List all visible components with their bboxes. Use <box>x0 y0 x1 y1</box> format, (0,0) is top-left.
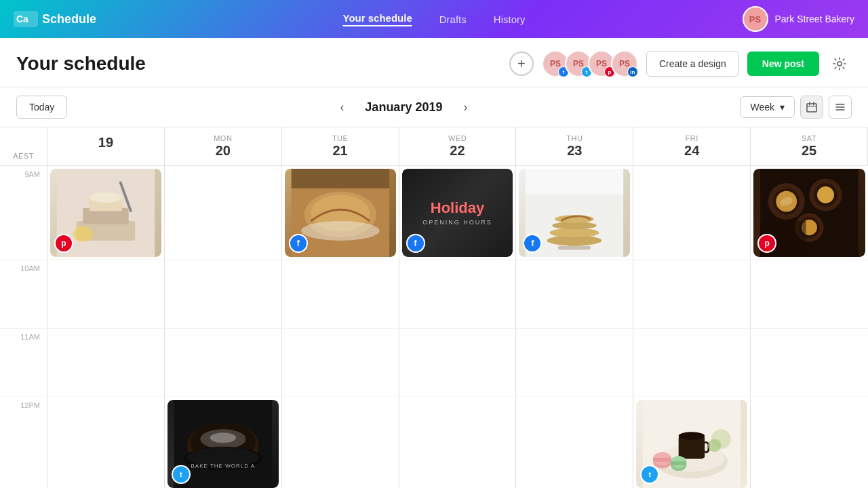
cell-sat-11am[interactable] <box>751 329 868 396</box>
cell-tue-11am[interactable] <box>282 329 399 396</box>
calendar-view-button[interactable] <box>800 96 823 119</box>
header: Ca Schedule Your schedule Drafts History… <box>0 0 868 38</box>
cell-wed-9am[interactable]: Holiday OPENING HOURS f <box>399 166 517 260</box>
svg-point-14 <box>90 192 122 203</box>
cell-sun-11am[interactable] <box>47 329 165 396</box>
sub-header: Your schedule + PS f PS t PS p <box>0 38 868 87</box>
main-nav: Your schedule Drafts History <box>343 12 526 26</box>
calendar-body: 9AM <box>0 166 868 488</box>
svg-point-46 <box>210 432 237 443</box>
cell-tue-9am[interactable]: f <box>282 166 399 260</box>
day-header-wed: Wed 22 <box>399 127 517 165</box>
post-card-fri-12pm[interactable]: t <box>636 400 747 488</box>
post-card-sat-9am[interactable]: p <box>753 169 865 257</box>
chevron-down-icon: ▾ <box>780 102 785 113</box>
nav-your-schedule[interactable]: Your schedule <box>343 12 412 26</box>
cell-wed-10am[interactable] <box>399 260 517 328</box>
calendar-icon <box>806 102 817 113</box>
cell-thu-11am[interactable] <box>516 329 633 396</box>
calendar-grid: AEST 19 Mon 20 Tue 21 Wed 22 Th <box>0 127 868 488</box>
svg-point-20 <box>301 221 380 241</box>
svg-rect-24 <box>558 246 591 250</box>
new-post-button[interactable]: New post <box>747 52 819 76</box>
cell-tue-12pm[interactable] <box>282 397 399 488</box>
svg-point-62 <box>708 439 721 452</box>
canva-logo-icon: Ca <box>14 11 38 27</box>
time-label-10am: 10AM <box>0 260 47 328</box>
time-label-12pm: 12PM <box>0 397 47 488</box>
cell-wed-12pm[interactable] <box>399 397 517 488</box>
svg-point-16 <box>73 226 93 242</box>
nav-history[interactable]: History <box>494 14 526 25</box>
post-card-thu-9am[interactable]: f <box>519 169 630 257</box>
day-header-thu: Thu 23 <box>516 127 633 165</box>
cell-mon-10am[interactable] <box>165 260 282 328</box>
week-view-select[interactable]: Week ▾ <box>740 96 795 118</box>
social-account-li[interactable]: PS in <box>611 50 638 77</box>
time-row-11am: 11AM <box>0 329 868 397</box>
day-header-mon: Mon 20 <box>165 127 282 165</box>
post-card-tue-9am[interactable]: f <box>285 169 396 257</box>
gear-icon <box>833 57 846 70</box>
cell-sun-10am[interactable] <box>47 260 165 328</box>
svg-point-53 <box>679 432 705 440</box>
cell-sat-9am[interactable]: p <box>751 166 868 260</box>
calendar-month: January 2019 <box>359 100 448 115</box>
header-right: PS Park Street Bakery <box>743 6 855 32</box>
post-card-mon-12pm[interactable]: BAKE THE WORLD A Better place t <box>167 400 279 488</box>
time-row-9am: 9AM <box>0 166 868 260</box>
time-label-11am: 11AM <box>0 329 47 396</box>
time-label-9am: 9AM <box>0 166 47 260</box>
cell-thu-10am[interactable] <box>516 260 633 328</box>
li-badge: in <box>627 66 638 77</box>
settings-button[interactable] <box>827 52 852 76</box>
cell-mon-12pm[interactable]: BAKE THE WORLD A Better place t <box>165 397 282 488</box>
prev-arrow[interactable]: ‹ <box>332 98 351 117</box>
cell-tue-10am[interactable] <box>282 260 399 328</box>
svg-text:Ca: Ca <box>16 14 28 24</box>
post-card-sun-9am[interactable]: p <box>50 169 161 257</box>
cell-fri-10am[interactable] <box>633 260 751 328</box>
time-row-12pm: 12PM <box>0 397 868 488</box>
svg-point-26 <box>550 228 599 237</box>
cell-sat-12pm[interactable] <box>751 397 868 488</box>
svg-rect-21 <box>291 169 389 188</box>
cell-fri-9am[interactable] <box>633 166 751 260</box>
cell-sun-12pm[interactable] <box>47 397 165 488</box>
post-social-facebook-tue: f <box>289 234 308 253</box>
cell-thu-12pm[interactable] <box>516 397 633 488</box>
cell-mon-11am[interactable] <box>165 329 282 396</box>
day-header-sat: Sat 25 <box>751 127 868 165</box>
today-button[interactable]: Today <box>16 96 67 119</box>
calendar-nav: ‹ January 2019 › <box>332 98 475 117</box>
list-view-button[interactable] <box>829 96 852 119</box>
time-row-10am: 10AM <box>0 260 868 329</box>
page-title: Your schedule <box>16 53 509 75</box>
sub-header-actions: + PS f PS t PS p PS in <box>509 50 852 77</box>
nav-drafts[interactable]: Drafts <box>439 14 467 25</box>
avatar[interactable]: PS <box>743 6 768 32</box>
calendar-toolbar: Today ‹ January 2019 › Week ▾ <box>0 87 868 127</box>
add-account-button[interactable]: + <box>509 52 534 76</box>
user-name: Park Street Bakery <box>775 14 855 24</box>
cell-wed-11am[interactable] <box>399 329 517 396</box>
svg-point-2 <box>837 62 842 66</box>
logo[interactable]: Ca Schedule <box>14 11 96 27</box>
calendar-header-row: AEST 19 Mon 20 Tue 21 Wed 22 Th <box>0 127 868 166</box>
cell-fri-11am[interactable] <box>633 329 751 396</box>
svg-rect-60 <box>671 462 686 466</box>
svg-rect-29 <box>526 169 623 195</box>
cell-sun-9am[interactable]: p <box>47 166 165 260</box>
day-header-tue: Tue 21 <box>282 127 399 165</box>
cell-sat-10am[interactable] <box>751 260 868 328</box>
social-accounts-list: PS f PS t PS p PS in <box>542 50 638 77</box>
cell-mon-9am[interactable] <box>165 166 282 260</box>
view-controls: Week ▾ <box>740 96 852 119</box>
cell-thu-9am[interactable]: f <box>516 166 633 260</box>
post-social-pinterest-sat: p <box>757 234 776 253</box>
create-design-button[interactable]: Create a design <box>646 51 739 77</box>
next-arrow[interactable]: › <box>456 98 475 117</box>
post-social-twitter-mon: t <box>172 465 191 484</box>
cell-fri-12pm[interactable]: t <box>633 397 751 488</box>
post-card-wed-9am[interactable]: Holiday OPENING HOURS f <box>402 169 513 257</box>
